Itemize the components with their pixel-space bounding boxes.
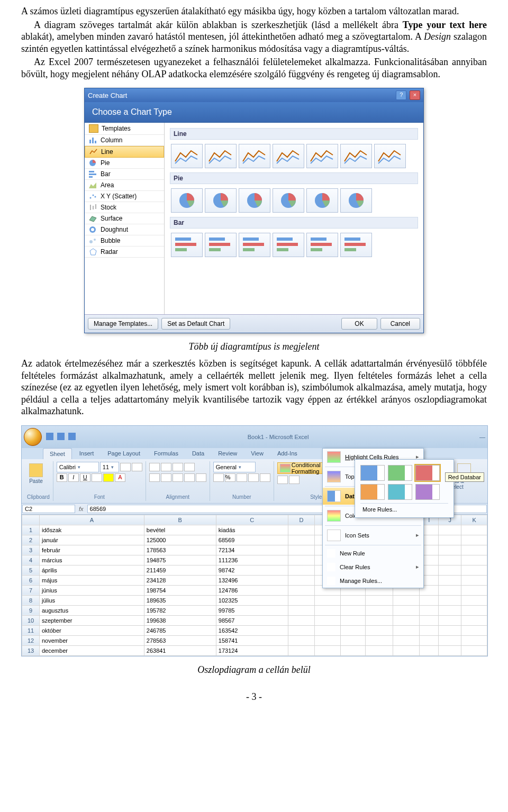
chart-thumb[interactable] — [171, 233, 203, 257]
chart-thumb[interactable] — [374, 144, 406, 168]
databar-orange[interactable] — [360, 484, 385, 500]
chart-thumb[interactable] — [306, 144, 338, 168]
menu-new-rule[interactable]: New Rule — [323, 546, 423, 560]
col-header[interactable] — [22, 515, 40, 525]
chart-thumb[interactable] — [340, 144, 372, 168]
sidebar-item-doughnut[interactable]: Doughnut — [85, 224, 164, 235]
sidebar-item-templates[interactable]: Templates — [85, 123, 164, 135]
sidebar-item-radar[interactable]: Radar — [85, 247, 164, 258]
align-center-icon[interactable] — [161, 473, 171, 482]
shrink-font-icon[interactable] — [132, 463, 142, 471]
fill-icon[interactable] — [103, 473, 114, 482]
table-row[interactable]: 10szeptember19963898567 — [22, 615, 487, 625]
chart-thumb[interactable] — [239, 188, 270, 213]
sidebar-item-scatter[interactable]: X Y (Scatter) — [85, 191, 164, 202]
ok-button[interactable]: OK — [341, 318, 377, 330]
databar-purple[interactable] — [415, 484, 440, 500]
sidebar-item-column[interactable]: Column — [85, 135, 164, 146]
sidebar-item-stock[interactable]: Stock — [85, 202, 164, 213]
col-header[interactable]: D — [288, 515, 314, 525]
name-box[interactable]: C2 — [22, 505, 75, 513]
font-combo[interactable]: Calibri — [57, 462, 99, 472]
databar-green[interactable] — [388, 465, 412, 481]
chart-thumb[interactable] — [239, 233, 270, 257]
dec-dec-icon[interactable] — [260, 473, 270, 482]
chart-thumb[interactable] — [340, 188, 372, 213]
undo-icon[interactable] — [57, 433, 65, 440]
menu-clear-rules[interactable]: Clear Rules▸ — [323, 560, 423, 574]
underline-icon[interactable]: U — [80, 473, 90, 482]
databar-cyan[interactable] — [388, 484, 412, 500]
inc-dec-icon[interactable] — [248, 473, 259, 482]
sidebar-item-line[interactable]: Line — [85, 146, 164, 158]
sidebar-item-area[interactable]: Area — [85, 180, 164, 191]
chart-thumb[interactable] — [171, 144, 203, 168]
fontcolor-icon[interactable]: A — [115, 473, 125, 482]
chart-thumb[interactable] — [340, 233, 372, 257]
sidebar-item-bar[interactable]: Bar — [85, 169, 164, 180]
grow-font-icon[interactable] — [120, 463, 131, 471]
table-row[interactable]: 9augusztus19578299785 — [22, 605, 487, 615]
chart-thumb[interactable] — [273, 233, 304, 257]
tab-view[interactable]: View — [244, 448, 270, 459]
align-bot-icon[interactable] — [173, 463, 183, 471]
cancel-button[interactable]: Cancel — [380, 318, 420, 330]
sidebar-item-pie[interactable]: Pie — [85, 158, 164, 169]
close-button[interactable]: × — [410, 90, 420, 100]
tab-pagelayout[interactable]: Page Layout — [101, 448, 147, 459]
tab-addins[interactable]: Add-Ins — [271, 448, 304, 459]
condfmt-icon[interactable] — [280, 464, 291, 472]
comma-icon[interactable] — [237, 473, 247, 482]
office-button[interactable] — [24, 428, 42, 446]
tab-sheet[interactable]: Sheet — [43, 448, 72, 459]
chart-thumb[interactable] — [171, 188, 203, 213]
orient-icon[interactable] — [184, 463, 195, 471]
indent-inc-icon[interactable] — [196, 473, 206, 482]
help-button[interactable]: ? — [396, 90, 406, 100]
col-header[interactable]: K — [461, 515, 487, 525]
set-default-button[interactable]: Set as Default Chart — [161, 318, 230, 330]
percent-icon[interactable]: % — [225, 473, 235, 482]
cell-styles-icon[interactable] — [289, 476, 300, 484]
table-format-icon[interactable] — [277, 476, 288, 484]
more-rules[interactable]: More Rules... — [358, 505, 450, 514]
col-header[interactable]: C — [216, 515, 288, 525]
table-row[interactable]: 11október246785163542 — [22, 625, 487, 635]
border-icon[interactable] — [92, 473, 102, 482]
minimize-icon[interactable]: — — [479, 434, 485, 440]
col-header[interactable]: A — [40, 515, 144, 525]
chart-thumb[interactable] — [273, 188, 304, 213]
align-left-icon[interactable] — [149, 473, 160, 482]
databar-blue[interactable] — [360, 465, 385, 481]
chart-thumb[interactable] — [306, 233, 338, 257]
save-icon[interactable] — [46, 433, 53, 440]
chart-thumb[interactable] — [205, 188, 237, 213]
align-right-icon[interactable] — [173, 473, 183, 482]
chart-thumb[interactable] — [205, 144, 237, 168]
paste-button[interactable]: Paste — [27, 462, 45, 485]
table-row[interactable]: 13december263841173124 — [22, 645, 487, 655]
col-header[interactable]: B — [144, 515, 216, 525]
sidebar-item-surface[interactable]: Surface — [85, 213, 164, 224]
chart-thumb[interactable] — [239, 144, 270, 168]
size-combo[interactable]: 11 — [100, 462, 119, 472]
fx-icon[interactable]: fx — [76, 506, 87, 512]
redo-icon[interactable] — [68, 433, 76, 440]
align-mid-icon[interactable] — [161, 463, 171, 471]
italic-icon[interactable]: I — [68, 473, 79, 482]
menu-data-bars[interactable]: Data Bars▸ More Rules... Red Databar — [323, 488, 423, 505]
bold-icon[interactable]: B — [57, 473, 67, 482]
align-top-icon[interactable] — [149, 463, 160, 471]
table-row[interactable]: 8július189635102325 — [22, 595, 487, 605]
currency-icon[interactable] — [213, 473, 224, 482]
chart-thumb[interactable] — [306, 188, 338, 213]
databar-red[interactable] — [415, 465, 440, 481]
menu-manage-rules[interactable]: Manage Rules... — [323, 574, 423, 588]
tab-data[interactable]: Data — [186, 448, 211, 459]
sidebar-item-bubble[interactable]: Bubble — [85, 235, 164, 247]
indent-dec-icon[interactable] — [184, 473, 195, 482]
chart-thumb[interactable] — [205, 233, 237, 257]
table-row[interactable]: 12november278563158741 — [22, 635, 487, 645]
numfmt-combo[interactable]: General — [213, 462, 256, 472]
tab-review[interactable]: Review — [212, 448, 243, 459]
